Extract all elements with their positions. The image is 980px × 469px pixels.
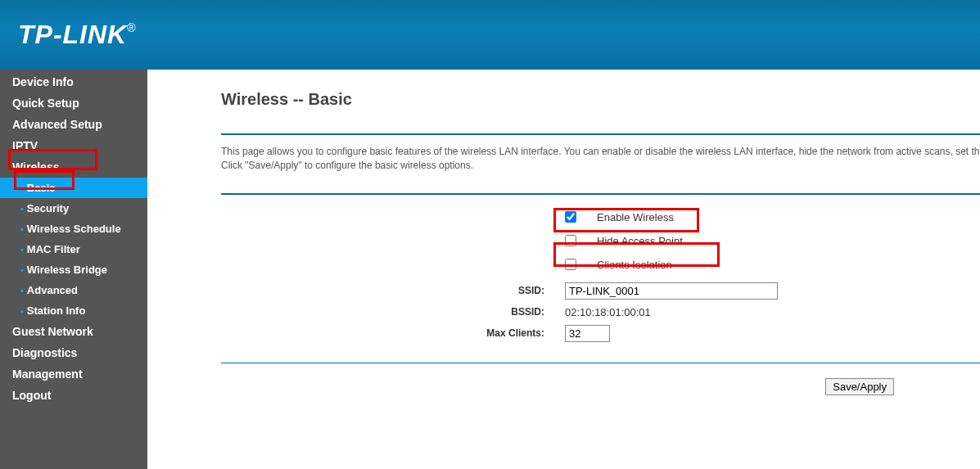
registered-mark: ® bbox=[127, 21, 136, 34]
max-clients-label: Max Clients: bbox=[221, 327, 565, 339]
row-hide-ap: Hide Access Point bbox=[221, 235, 980, 247]
ssid-input[interactable] bbox=[565, 282, 778, 300]
max-clients-input[interactable] bbox=[565, 325, 610, 342]
clients-isolation-checkbox[interactable] bbox=[565, 259, 576, 270]
page-title: Wireless -- Basic bbox=[221, 90, 980, 109]
sidebar-label: Advanced Setup bbox=[12, 118, 102, 131]
sidebar-label: Wireless bbox=[12, 160, 59, 174]
save-apply-button[interactable]: Save/Apply bbox=[825, 378, 894, 395]
sidebar-item-wireless[interactable]: Wireless bbox=[0, 156, 147, 178]
hide-ap-checkbox[interactable] bbox=[565, 235, 576, 246]
sidebar-label: Guest Network bbox=[12, 325, 93, 338]
sidebar-item-iptv[interactable]: IPTV bbox=[0, 135, 147, 156]
brand-logo: TP-LINK® bbox=[18, 20, 137, 50]
sidebar-item-wireless-bridge[interactable]: •Wireless Bridge bbox=[0, 259, 147, 280]
brand-text: TP-LINK bbox=[18, 20, 127, 49]
sidebar-item-quick-setup[interactable]: Quick Setup bbox=[0, 92, 147, 114]
bullet-icon: • bbox=[20, 265, 24, 275]
sidebar-item-station-info[interactable]: •Station Info bbox=[0, 300, 147, 321]
sidebar-label: Device Info bbox=[12, 75, 74, 88]
sidebar-label: Security bbox=[27, 202, 69, 214]
enable-wireless-checkbox[interactable] bbox=[565, 211, 576, 223]
sidebar-item-diagnostics[interactable]: Diagnostics bbox=[0, 342, 147, 363]
sidebar-label: Basic bbox=[27, 182, 56, 194]
sidebar-item-security[interactable]: •Security bbox=[0, 198, 147, 219]
bullet-icon: • bbox=[20, 245, 24, 255]
bullet-icon: • bbox=[20, 306, 24, 316]
sidebar-item-advanced-setup[interactable]: Advanced Setup bbox=[0, 114, 147, 135]
sidebar-label: Quick Setup bbox=[12, 97, 79, 110]
ssid-label: SSID: bbox=[221, 285, 565, 296]
content-area: Wireless -- Basic This page allows you t… bbox=[147, 70, 980, 469]
sidebar-item-device-info[interactable]: Device Info bbox=[0, 71, 147, 92]
bullet-icon: • bbox=[20, 286, 24, 295]
bssid-label: BSSID: bbox=[221, 306, 565, 318]
hide-ap-label: Hide Access Point bbox=[597, 235, 683, 247]
clients-isolation-label: Clients Isolation bbox=[597, 259, 672, 271]
row-enable-wireless: Enable Wireless bbox=[221, 211, 980, 223]
sidebar-nav: Device Info Quick Setup Advanced Setup I… bbox=[0, 70, 147, 469]
enable-wireless-label: Enable Wireless bbox=[597, 211, 674, 223]
row-ssid: SSID: bbox=[221, 282, 980, 300]
row-clients-isolation: Clients Isolation bbox=[221, 259, 980, 271]
sidebar-label: Management bbox=[12, 368, 83, 381]
save-area: Save/Apply bbox=[221, 378, 980, 395]
sidebar-item-logout[interactable]: Logout bbox=[0, 385, 147, 406]
sidebar-label: Advanced bbox=[27, 284, 78, 296]
sidebar-item-wireless-schedule[interactable]: •Wireless Schedule bbox=[0, 219, 147, 239]
sidebar-item-advanced[interactable]: •Advanced bbox=[0, 280, 147, 300]
bullet-icon: • bbox=[20, 204, 24, 214]
bullet-icon: • bbox=[20, 224, 24, 234]
sidebar-item-basic[interactable]: •Basic bbox=[0, 178, 147, 198]
divider bbox=[221, 363, 980, 363]
sidebar-label: IPTV bbox=[12, 139, 38, 152]
header-banner: TP-LINK® bbox=[0, 0, 980, 70]
sidebar-item-guest-network[interactable]: Guest Network bbox=[0, 321, 147, 342]
sidebar-label: Diagnostics bbox=[12, 346, 77, 359]
bullet-icon: • bbox=[20, 183, 24, 193]
sidebar-item-mac-filter[interactable]: •MAC Filter bbox=[0, 239, 147, 259]
row-bssid: BSSID: 02:10:18:01:00:01 bbox=[221, 306, 980, 318]
divider bbox=[221, 133, 980, 135]
sidebar-label: Wireless Bridge bbox=[27, 264, 107, 276]
divider bbox=[221, 193, 980, 195]
page-description: This page allows you to configure basic … bbox=[221, 145, 980, 173]
sidebar-label: MAC Filter bbox=[27, 243, 80, 255]
sidebar-label: Wireless Schedule bbox=[27, 223, 121, 235]
sidebar-label: Logout bbox=[12, 389, 51, 402]
sidebar-label: Station Info bbox=[27, 304, 86, 317]
bssid-value: 02:10:18:01:00:01 bbox=[565, 306, 651, 318]
row-max-clients: Max Clients: bbox=[221, 325, 980, 342]
form-area: Enable Wireless Hide Access Point Client… bbox=[221, 211, 980, 342]
sidebar-item-management[interactable]: Management bbox=[0, 363, 147, 385]
